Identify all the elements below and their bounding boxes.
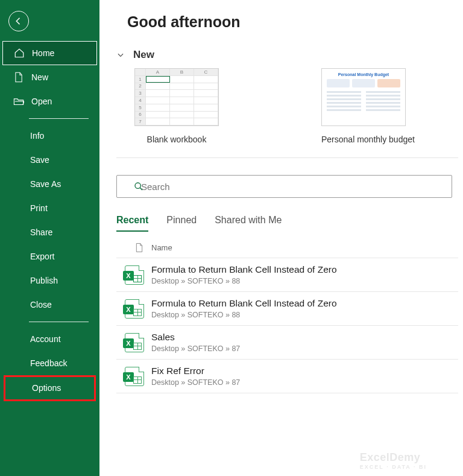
file-row[interactable]: X Sales Desktop » SOFTEKO » 87 [116,326,458,360]
svg-line-1 [140,188,142,190]
template-personal-monthly-budget[interactable]: Personal Monthly Budget Personal monthly… [321,68,415,144]
file-icon [127,243,151,253]
nav-print[interactable]: Print [0,196,99,220]
backstage-sidebar: Home New Open Info Save Save As Print Sh… [0,0,99,476]
nav-export[interactable]: Export [0,244,99,268]
tab-recent[interactable]: Recent [116,215,148,232]
file-list-header: Name [116,234,458,258]
file-title: Formula to Return Blank Cell Instead of … [151,298,337,309]
file-title: Formula to Return Blank Cell Instead of … [151,264,337,275]
excel-file-icon: X [125,333,144,352]
budget-thumb: Personal Monthly Budget [321,68,406,126]
templates-row: ABC 1 2 3 4 5 6 7 Blank workbook Persona… [134,68,458,144]
home-icon [14,48,25,59]
nav-footer: Account Feedback Options [0,327,99,401]
template-blank-workbook[interactable]: ABC 1 2 3 4 5 6 7 Blank workbook [134,68,219,144]
new-file-icon [13,72,24,83]
nav-close[interactable]: Close [0,293,99,317]
nav-open[interactable]: Open [0,89,99,113]
file-row[interactable]: X Formula to Return Blank Cell Instead o… [116,292,458,326]
file-row[interactable]: X Fix Ref Error Desktop » SOFTEKO » 87 [116,360,458,393]
greeting-title: Good afternoon [127,13,458,31]
back-button[interactable] [8,11,29,31]
main-panel: Good afternoon New ABC 1 2 3 4 5 6 7 Bla… [99,0,463,476]
search-icon [134,182,143,191]
tab-shared-with-me[interactable]: Shared with Me [215,215,282,232]
nav-primary: Home New Open [0,41,99,113]
search-input[interactable] [141,182,443,192]
excel-file-icon: X [125,265,144,285]
nav-save-as[interactable]: Save As [0,172,99,196]
nav-feedback[interactable]: Feedback [0,351,99,375]
nav-file-actions: Info Save Save As Print Share Export Pub… [0,124,99,317]
chevron-down-icon [116,51,125,59]
file-tabs: Recent Pinned Shared with Me [116,215,458,232]
template-blank-label: Blank workbook [134,135,219,144]
watermark: ExcelDemy EXCEL · DATA · BI [360,451,427,470]
nav-home-label: Home [32,48,54,59]
blank-workbook-thumb: ABC 1 2 3 4 5 6 7 [134,68,219,126]
nav-share[interactable]: Share [0,220,99,244]
file-title: Fix Ref Error [151,366,240,376]
nav-publish[interactable]: Publish [0,268,99,293]
file-path: Desktop » SOFTEKO » 88 [151,311,337,319]
file-row[interactable]: X Formula to Return Blank Cell Instead o… [116,258,458,292]
divider [116,157,458,158]
file-path: Desktop » SOFTEKO » 88 [151,277,337,285]
nav-open-label: Open [31,97,52,107]
column-name-label: Name [151,243,172,252]
excel-file-icon: X [125,367,144,386]
recent-files-list: X Formula to Return Blank Cell Instead o… [116,258,458,393]
tab-pinned[interactable]: Pinned [166,215,197,232]
file-path: Desktop » SOFTEKO » 87 [151,378,240,387]
divider [29,118,89,119]
file-title: Sales [151,332,240,343]
nav-info[interactable]: Info [0,124,99,148]
nav-new[interactable]: New [0,65,99,89]
new-section-label: New [133,49,154,61]
nav-account[interactable]: Account [0,327,99,351]
open-folder-icon [13,96,24,107]
nav-new-label: New [31,72,48,83]
nav-home[interactable]: Home [2,41,97,65]
template-budget-label: Personal monthly budget [321,135,415,144]
svg-point-0 [135,183,140,188]
file-path: Desktop » SOFTEKO » 87 [151,344,240,353]
search-box[interactable] [116,175,452,198]
nav-options[interactable]: Options [4,375,96,401]
excel-file-icon: X [125,299,144,319]
divider [29,322,89,322]
new-section-header[interactable]: New [116,49,458,61]
nav-save[interactable]: Save [0,148,99,172]
